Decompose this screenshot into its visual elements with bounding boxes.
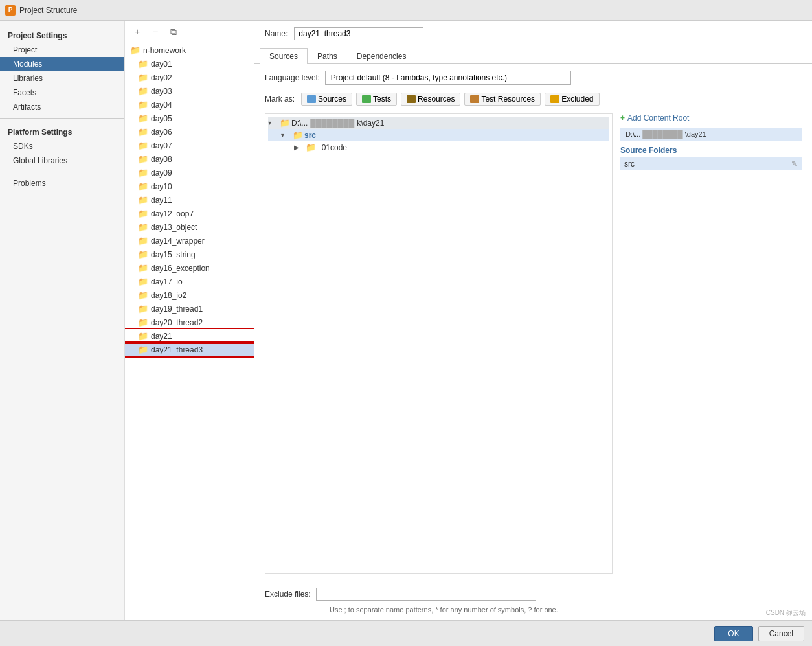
list-item[interactable]: 📁day17_io: [125, 275, 254, 288]
folder-icon: 📁: [138, 195, 148, 205]
folder-icon: 📁: [138, 290, 148, 300]
folder-icon: 📁: [138, 113, 148, 123]
folder-icon: 📁: [138, 73, 148, 82]
sidebar-item-facets[interactable]: Facets: [0, 86, 124, 100]
folder-icon: 📁: [138, 317, 148, 327]
list-item[interactable]: 📁day15_string: [125, 248, 254, 261]
mark-tests-button[interactable]: Tests: [356, 93, 397, 106]
root-folder-icon: 📁: [280, 118, 290, 128]
add-icon: +: [620, 113, 625, 122]
title-bar-text: Project Structure: [19, 6, 77, 15]
tree-item-01code[interactable]: ▶ 📁 _01code: [268, 141, 609, 154]
tab-paths[interactable]: Paths: [308, 48, 347, 64]
list-item-day21[interactable]: 📁 day21: [125, 329, 254, 343]
list-item[interactable]: 📁day18_io2: [125, 288, 254, 302]
mark-excluded-button[interactable]: Excluded: [545, 93, 599, 106]
watermark: CSDN @云场: [766, 608, 806, 617]
edit-source-folder-icon[interactable]: ✎: [791, 159, 798, 168]
folder-icon: 📁: [138, 154, 148, 164]
tests-icon: [362, 95, 371, 103]
language-level-label: Language level:: [265, 73, 320, 82]
folder-icon: 📁: [138, 100, 148, 110]
folder-icon: 📁: [138, 263, 148, 273]
module-list: 📁 n-homework 📁day01 📁day02 📁day03 📁day04…: [125, 43, 254, 620]
exclude-hint: Use ; to separate name patterns, * for a…: [265, 606, 558, 614]
folder-icon: 📁: [138, 277, 148, 286]
list-item[interactable]: 📁day08: [125, 152, 254, 166]
folder-icon: 📁: [138, 209, 148, 218]
folder-icon: 📁: [138, 345, 148, 354]
source-folders-label: Source Folders: [620, 146, 802, 155]
tabs-row: Sources Paths Dependencies: [254, 47, 812, 64]
mark-test-resources-button[interactable]: T Test Resources: [464, 93, 541, 106]
sidebar-item-global-libraries[interactable]: Global Libraries: [0, 154, 124, 168]
toggle-icon-01code[interactable]: ▶: [294, 144, 304, 151]
list-item[interactable]: 📁day06: [125, 125, 254, 139]
list-item[interactable]: 📁day03: [125, 84, 254, 98]
sidebar-item-sdks[interactable]: SDKs: [0, 139, 124, 154]
list-item[interactable]: 📁day10: [125, 179, 254, 193]
sidebar-item-artifacts[interactable]: Artifacts: [0, 100, 124, 114]
sidebar-divider: [0, 118, 124, 119]
list-item[interactable]: 📁day07: [125, 139, 254, 152]
folder-icon: 📁: [138, 86, 148, 96]
folder-icon: 📁: [138, 127, 148, 137]
copy-module-button[interactable]: ⧉: [166, 25, 181, 39]
list-item[interactable]: 📁day04: [125, 98, 254, 111]
list-item[interactable]: 📁day11: [125, 193, 254, 207]
sidebar-item-modules[interactable]: Modules: [0, 57, 124, 71]
add-content-root-button[interactable]: + Add Content Root: [620, 113, 802, 122]
list-item[interactable]: 📁day13_object: [125, 220, 254, 234]
bottom-bar: OK Cancel: [0, 620, 812, 646]
tab-dependencies[interactable]: Dependencies: [347, 48, 416, 64]
folder-icon: 📁: [138, 331, 148, 341]
mark-sources-button[interactable]: Sources: [301, 93, 352, 106]
excluded-icon: [550, 95, 559, 103]
name-row: Name:: [254, 21, 812, 47]
folder-icon: 📁: [138, 59, 148, 69]
folder-icon: 📁: [138, 222, 148, 232]
folder-icon: 📁: [138, 141, 148, 150]
sidebar-item-problems[interactable]: Problems: [0, 176, 124, 190]
list-item[interactable]: 📁day16_exception: [125, 261, 254, 275]
name-label: Name:: [265, 29, 288, 38]
list-item[interactable]: 📁 n-homework: [125, 43, 254, 57]
name-input[interactable]: [294, 27, 423, 40]
tab-sources[interactable]: Sources: [260, 48, 308, 64]
list-item-day21-thread3[interactable]: 📁 day21_thread3: [125, 343, 254, 356]
module-toolbar: + − ⧉: [125, 21, 254, 43]
content-panel: Name: Sources Paths Dependencies Languag…: [254, 21, 812, 620]
platform-settings-section: Platform Settings: [0, 125, 124, 139]
folder-icon: 📁: [138, 236, 148, 246]
list-item[interactable]: 📁day05: [125, 111, 254, 125]
folder-icon: 📁: [138, 168, 148, 178]
add-module-button[interactable]: +: [130, 25, 144, 39]
list-item[interactable]: 📁day02: [125, 71, 254, 84]
src-folder-icon: 📁: [293, 130, 303, 140]
mark-resources-button[interactable]: Resources: [401, 93, 460, 106]
list-item[interactable]: 📁day12_oop7: [125, 207, 254, 220]
exclude-label: Exclude files:: [265, 590, 311, 599]
list-item[interactable]: 📁day19_thread1: [125, 302, 254, 316]
list-item[interactable]: 📁day01: [125, 57, 254, 71]
sidebar-item-project[interactable]: Project: [0, 43, 124, 57]
tree-item-src[interactable]: ▾ 📁 src: [268, 129, 609, 141]
sidebar-divider-2: [0, 172, 124, 172]
ok-button[interactable]: OK: [714, 626, 752, 641]
list-item[interactable]: 📁day14_wrapper: [125, 234, 254, 248]
folder-icon: 📁: [130, 45, 141, 55]
list-item[interactable]: 📁day09: [125, 166, 254, 179]
cancel-button[interactable]: Cancel: [758, 626, 804, 641]
toggle-icon[interactable]: ▾: [268, 119, 278, 126]
remove-module-button[interactable]: −: [148, 25, 163, 39]
list-item[interactable]: 📁day20_thread2: [125, 316, 254, 329]
exclude-input[interactable]: [316, 588, 536, 601]
sources-icon: [307, 95, 316, 103]
project-settings-section: Project Settings: [0, 29, 124, 43]
tree-item-root[interactable]: ▾ 📁 D:\... ████████ k\day21: [268, 117, 609, 129]
toggle-icon-src[interactable]: ▾: [281, 132, 291, 139]
test-resources-icon: T: [470, 95, 479, 103]
language-level-select[interactable]: Project default (8 - Lambdas, type annot…: [325, 71, 571, 85]
sidebar-item-libraries[interactable]: Libraries: [0, 71, 124, 86]
folder-icon: 📁: [138, 181, 148, 191]
